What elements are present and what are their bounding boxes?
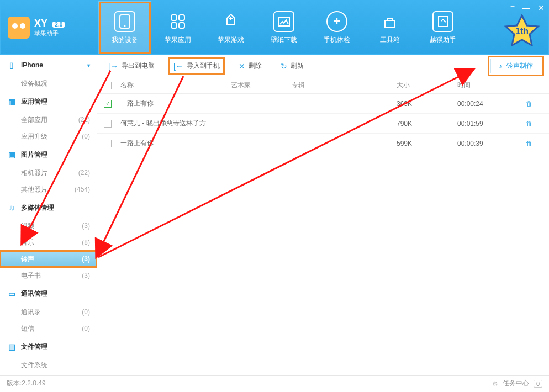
col-size[interactable]: 大小 [397, 81, 457, 90]
sidebar-device-overview[interactable]: 设备概况 [0, 75, 97, 92]
device-name: iPhone [21, 61, 43, 69]
svg-text:1th: 1th [515, 27, 529, 36]
nav-my-device[interactable]: 我的设备 [98, 1, 151, 54]
file-icon: ▤ [7, 342, 17, 351]
import-button[interactable]: [←导入到手机 [170, 59, 223, 73]
health-icon: + [326, 11, 347, 32]
nav-jailbreak[interactable]: 越狱助手 [416, 1, 469, 54]
trash-icon: 🗑 [526, 100, 532, 108]
photo-icon: ▣ [7, 150, 17, 159]
brand-version: 2.0 [52, 22, 65, 28]
svg-rect-5 [179, 23, 184, 28]
table-row[interactable]: 一路上有你 599K 00:00:39 🗑 [97, 134, 549, 153]
select-all-checkbox[interactable] [104, 82, 112, 89]
device-icon [114, 11, 135, 32]
section-comm[interactable]: ▭通讯管理 [0, 284, 97, 304]
comm-icon: ▭ [7, 289, 17, 298]
section-apps[interactable]: ▦应用管理 [0, 92, 97, 112]
sidebar-item-contacts[interactable]: 通讯录(0) [0, 304, 97, 320]
row-delete-button[interactable]: 🗑 [518, 120, 540, 128]
svg-rect-3 [179, 15, 184, 20]
main-panel: [→导出到电脑 [←导入到手机 ✕删除 ↻刷新 ♪铃声制作 名称 艺术家 专辑 … [97, 55, 549, 375]
trash-icon: 🗑 [526, 140, 532, 147]
row-delete-button[interactable]: 🗑 [518, 140, 540, 147]
svg-point-1 [124, 25, 126, 27]
refresh-icon: ↻ [281, 62, 287, 71]
sidebar-item-all-apps[interactable]: 全部应用(22) [0, 112, 97, 128]
delete-icon: ✕ [239, 62, 245, 71]
row-checkbox[interactable] [104, 140, 112, 147]
svg-rect-7 [439, 17, 447, 27]
brand-title: XY [34, 18, 47, 29]
wallpaper-icon [273, 11, 294, 32]
row-checkbox[interactable] [104, 120, 112, 128]
sidebar-item-ringtone[interactable]: 铃声(3) [0, 251, 97, 267]
anniversary-badge: 1th [503, 13, 541, 44]
section-file[interactable]: ▤文件管理 [0, 337, 97, 357]
sidebar-item-camera[interactable]: 相机照片(22) [0, 165, 97, 181]
sidebar-item-other-photos[interactable]: 其他照片(454) [0, 181, 97, 198]
task-count-badge: 0 [534, 380, 542, 388]
import-icon: [← [173, 62, 183, 71]
sidebar-item-upgrade[interactable]: 应用升级(0) [0, 128, 97, 145]
nav-wallpaper[interactable]: 壁纸下载 [257, 1, 310, 54]
sidebar-item-sms[interactable]: 短信(0) [0, 320, 97, 337]
chevron-down-icon: ▾ [87, 62, 90, 68]
nav-apps[interactable]: 苹果应用 [151, 1, 204, 54]
window-controls: ≡ — ✕ [510, 3, 545, 12]
svg-rect-6 [278, 17, 289, 26]
section-photos[interactable]: ▣图片管理 [0, 145, 97, 165]
col-artist[interactable]: 艺术家 [231, 81, 292, 90]
phone-icon: ▯ [7, 61, 17, 70]
table-row[interactable]: ✓ 一路上有你 369K 00:00:24 🗑 [97, 94, 549, 114]
export-icon: [→ [108, 62, 118, 71]
sidebar-item-video[interactable]: 视频(3) [0, 218, 97, 234]
col-name[interactable]: 名称 [120, 81, 231, 90]
file-table: 名称 艺术家 专辑 大小 时间 ✓ 一路上有你 369K 00:00:24 🗑 … [97, 77, 549, 375]
brand-logo: XY 2.0 苹果助手 [1, 17, 98, 39]
top-nav: 我的设备 苹果应用 苹果游戏 壁纸下载 + 手机体检 工具箱 越狱助手 [98, 1, 469, 54]
nav-games[interactable]: 苹果游戏 [204, 1, 257, 54]
toolbox-icon [379, 11, 400, 32]
refresh-button[interactable]: ↻刷新 [277, 59, 307, 73]
toolbar: [→导出到电脑 [←导入到手机 ✕删除 ↻刷新 ♪铃声制作 [97, 55, 549, 77]
close-button[interactable]: ✕ [538, 3, 545, 12]
svg-rect-4 [171, 23, 177, 28]
sidebar-item-ebook[interactable]: 电子书(3) [0, 267, 97, 284]
task-center-label[interactable]: 任务中心 [503, 379, 529, 388]
music-icon: ♪ [499, 62, 502, 70]
export-button[interactable]: [→导出到电脑 [105, 59, 158, 73]
delete-button[interactable]: ✕删除 [235, 59, 265, 73]
game-icon [220, 11, 241, 32]
row-checkbox[interactable]: ✓ [104, 100, 112, 108]
jailbreak-icon [432, 11, 453, 32]
minimize-button[interactable]: — [522, 3, 530, 12]
media-icon: ♫ [7, 203, 17, 212]
sidebar: ▯ iPhone ▾ 设备概况 ▦应用管理 全部应用(22) 应用升级(0) ▣… [0, 55, 97, 375]
sidebar-item-music[interactable]: 音乐(8) [0, 234, 97, 251]
col-album[interactable]: 专辑 [292, 81, 397, 90]
sidebar-item-filesystem[interactable]: 文件系统 [0, 357, 97, 373]
row-delete-button[interactable]: 🗑 [518, 100, 540, 108]
table-header: 名称 艺术家 专辑 大小 时间 [97, 77, 549, 94]
app-header: XY 2.0 苹果助手 我的设备 苹果应用 苹果游戏 壁纸下载 + 手机体检 工… [0, 0, 549, 55]
table-row[interactable]: 何慧儿 - 晓出净慈寺送林子方 790K 00:01:59 🗑 [97, 114, 549, 134]
owl-icon [8, 17, 30, 39]
ringtone-maker-button[interactable]: ♪铃声制作 [490, 59, 541, 73]
nav-health[interactable]: + 手机体检 [310, 1, 363, 54]
apps-icon: ▦ [7, 97, 17, 106]
apps-icon [167, 11, 188, 32]
settings-button[interactable]: ≡ [510, 3, 515, 12]
section-media[interactable]: ♫多媒体管理 [0, 198, 97, 218]
device-header[interactable]: ▯ iPhone ▾ [0, 55, 97, 75]
status-bar: 版本:2.2.0.49 ⚙ 任务中心 0 [0, 375, 549, 391]
brand-subtitle: 苹果助手 [34, 29, 65, 38]
gear-icon[interactable]: ⚙ [492, 380, 498, 388]
nav-toolbox[interactable]: 工具箱 [363, 1, 416, 54]
trash-icon: 🗑 [526, 120, 532, 128]
col-time[interactable]: 时间 [457, 81, 518, 90]
version-label: 版本:2.2.0.49 [7, 379, 46, 388]
svg-rect-2 [171, 15, 177, 20]
